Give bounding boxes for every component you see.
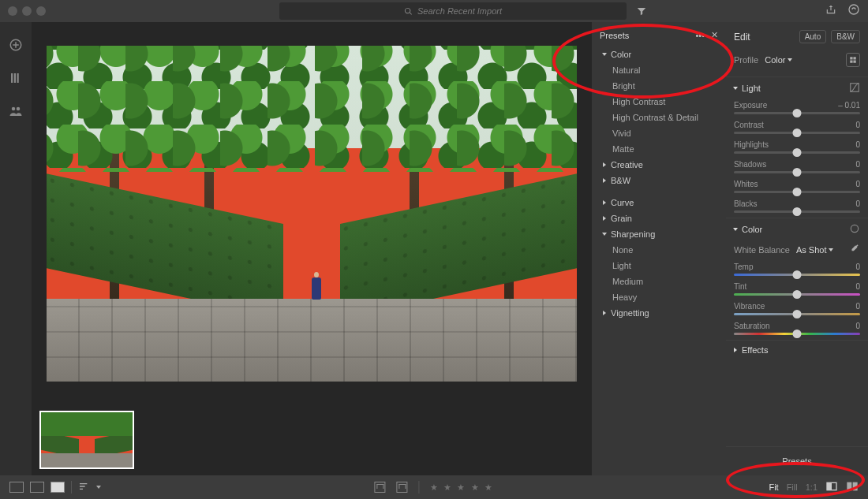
sort-chevron-icon[interactable] xyxy=(96,486,101,489)
section-color[interactable]: Color xyxy=(726,218,868,240)
presets-close-icon[interactable]: ✕ xyxy=(711,30,718,40)
preset-item-high-contrast-detail[interactable]: High Contrast & Detail xyxy=(592,110,726,125)
preset-group-sharpening[interactable]: Sharpening xyxy=(592,226,726,242)
preset-item-bright[interactable]: Bright xyxy=(592,78,726,94)
zoom-1to1[interactable]: 1:1 xyxy=(806,482,817,492)
share-icon[interactable] xyxy=(825,4,836,18)
square-view-icon[interactable] xyxy=(30,482,44,493)
edit-title: Edit xyxy=(734,32,750,43)
slider-tint[interactable]: Tint0 xyxy=(726,281,868,300)
slider-temp[interactable]: Temp0 xyxy=(726,261,868,281)
window-titlebar: Search Recent Import xyxy=(0,0,868,22)
preset-group-label: B&W xyxy=(611,176,630,185)
grid-view-icon[interactable] xyxy=(9,482,24,493)
preset-item-matte[interactable]: Matte xyxy=(592,141,726,157)
presets-panel: Presets ••• ✕ Color Natural Bright High … xyxy=(592,22,726,475)
slider-exposure[interactable]: Exposure– 0.01 xyxy=(726,99,868,119)
slider-contrast[interactable]: Contrast0 xyxy=(726,119,868,139)
profile-label: Profile xyxy=(734,55,758,65)
preset-group-curve[interactable]: Curve xyxy=(592,195,726,210)
wb-select[interactable]: As Shot xyxy=(796,245,833,255)
profile-select[interactable]: Color xyxy=(765,55,791,65)
filmstrip xyxy=(32,404,592,475)
preset-group-color[interactable]: Color xyxy=(592,47,726,62)
section-label: Color xyxy=(742,225,762,234)
preset-item-sharp-heavy[interactable]: Heavy xyxy=(592,289,726,305)
search-input[interactable]: Search Recent Import xyxy=(279,2,627,20)
traffic-lights xyxy=(8,6,46,16)
preset-group-label: Sharpening xyxy=(611,229,655,239)
color-mixer-icon[interactable] xyxy=(849,223,860,236)
all-photos-icon[interactable] xyxy=(9,71,23,88)
auto-button[interactable]: Auto xyxy=(799,30,827,43)
search-placeholder: Search Recent Import xyxy=(417,6,502,16)
preset-item-sharp-light[interactable]: Light xyxy=(592,258,726,274)
zoom-fill[interactable]: Fill xyxy=(787,482,798,492)
flag-pick-icon[interactable] xyxy=(374,482,385,493)
add-photos-button[interactable] xyxy=(9,38,23,55)
flag-reject-icon[interactable] xyxy=(396,482,407,493)
svg-rect-7 xyxy=(847,482,851,490)
svg-rect-6 xyxy=(827,482,832,490)
eyedropper-icon[interactable] xyxy=(849,244,860,256)
wb-label: White Balance xyxy=(734,245,790,255)
preset-group-label: Grain xyxy=(611,214,632,223)
slider-saturation[interactable]: Saturation0 xyxy=(726,320,868,340)
thumbnail[interactable] xyxy=(39,411,134,469)
cloud-sync-icon[interactable] xyxy=(847,3,860,19)
slider-highlights[interactable]: Highlights0 xyxy=(726,139,868,158)
left-rail xyxy=(0,22,32,475)
profile-browser-icon[interactable] xyxy=(846,53,860,67)
slider-shadows[interactable]: Shadows0 xyxy=(726,158,868,178)
presets-title: Presets xyxy=(600,31,629,40)
svg-point-1 xyxy=(12,107,16,111)
filter-icon[interactable] xyxy=(636,0,647,22)
edit-panel: Edit Auto B&W Profile Color Light Exposu… xyxy=(726,22,868,475)
preset-group-grain[interactable]: Grain xyxy=(592,210,726,226)
preset-item-sharp-medium[interactable]: Medium xyxy=(592,274,726,289)
section-label: Effects xyxy=(742,345,768,355)
section-label: Light xyxy=(742,84,761,93)
search-icon xyxy=(404,7,413,16)
footer-toolbar: ★ ★ ★ ★ ★ Fit Fill 1:1 xyxy=(0,475,868,499)
slider-blacks[interactable]: Blacks0 xyxy=(726,198,868,218)
compare-icon[interactable] xyxy=(846,480,859,494)
preset-item-natural[interactable]: Natural xyxy=(592,62,726,78)
svg-point-4 xyxy=(851,225,858,232)
photo-viewer-area xyxy=(32,22,592,475)
slider-whites[interactable]: Whites0 xyxy=(726,178,868,198)
presets-more-icon[interactable]: ••• xyxy=(695,31,705,40)
main-photo[interactable] xyxy=(47,46,577,382)
detail-view-icon[interactable] xyxy=(51,482,65,493)
preset-group-creative[interactable]: Creative xyxy=(592,157,726,173)
preset-item-high-contrast[interactable]: High Contrast xyxy=(592,94,726,110)
minimize-icon[interactable] xyxy=(22,6,32,16)
close-icon[interactable] xyxy=(8,6,17,16)
people-icon[interactable] xyxy=(9,104,23,121)
preset-item-vivid[interactable]: Vivid xyxy=(592,125,726,141)
section-light[interactable]: Light xyxy=(726,76,868,99)
preset-group-label: Curve xyxy=(611,198,634,207)
preset-group-bw[interactable]: B&W xyxy=(592,173,726,188)
zoom-icon[interactable] xyxy=(36,6,46,16)
preset-item-sharp-none[interactable]: None xyxy=(592,242,726,258)
sort-icon[interactable] xyxy=(78,480,91,494)
show-original-icon[interactable] xyxy=(825,480,838,494)
section-effects[interactable]: Effects xyxy=(726,340,868,359)
rating-stars[interactable]: ★ ★ ★ ★ ★ xyxy=(430,482,493,493)
svg-rect-8 xyxy=(853,482,857,490)
bw-button[interactable]: B&W xyxy=(831,30,860,43)
zoom-fit[interactable]: Fit xyxy=(769,482,778,492)
slider-vibrance[interactable]: Vibrance0 xyxy=(726,300,868,320)
preset-group-label: Vignetting xyxy=(611,308,649,318)
preset-group-label: Color xyxy=(611,50,631,59)
preset-group-label: Creative xyxy=(611,160,643,169)
svg-point-2 xyxy=(17,107,21,111)
tone-curve-icon[interactable] xyxy=(849,82,860,95)
preset-group-vignetting[interactable]: Vignetting xyxy=(592,305,726,321)
presets-button[interactable]: Presets xyxy=(726,446,868,475)
